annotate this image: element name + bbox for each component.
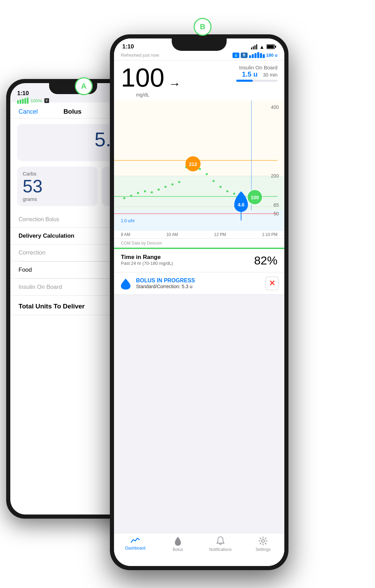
iob-bar-track — [236, 80, 277, 82]
tir-title: Time in Range — [121, 254, 173, 261]
tab-bolus[interactable]: Bolus — [157, 536, 199, 552]
svg-text:400: 400 — [271, 104, 279, 110]
phone-b-screen: 1:10 ▲ Refreshed just now 💧 — [114, 38, 284, 566]
iob-time: 30 min — [263, 72, 277, 78]
settings-label: Settings — [255, 547, 270, 552]
bolus-tab-icon — [174, 536, 182, 546]
dashboard-icon — [130, 536, 140, 544]
bell-icon — [216, 536, 225, 546]
signal-icon — [251, 44, 257, 49]
phone-a-time: 1:10 — [17, 90, 29, 97]
tir-row: Time in Range Past 24 hr (70-180 mg/dL) … — [121, 254, 277, 267]
iob-title: Insulin On Board — [236, 65, 277, 70]
time-8am: 8 AM — [121, 232, 130, 237]
reservoir-b-badge: B — [241, 53, 248, 58]
cgm-value: 100 — [121, 65, 164, 91]
pb-time: 1:10 — [122, 43, 134, 50]
carbs-box[interactable]: Carbs 53 grams — [17, 167, 98, 206]
reservoir-drop-icon: 💧 — [232, 53, 239, 58]
glucose-chart: 400 200 65 50 — [114, 100, 284, 231]
carbs-value: 53 — [23, 177, 92, 196]
time-current: 1:10 PM — [262, 232, 277, 237]
correction-label: Correction — [19, 249, 45, 256]
total-units-label: Total Units To Deliver — [19, 303, 85, 310]
bar1 — [17, 100, 19, 104]
svg-rect-7 — [114, 210, 284, 231]
refresh-bar: Refreshed just now 💧 B 180 u — [114, 52, 284, 60]
cgm-attribution: CGM Data by Dexcom — [114, 239, 284, 248]
svg-point-31 — [206, 173, 208, 175]
svg-text:100: 100 — [251, 195, 259, 200]
svg-point-26 — [178, 181, 180, 183]
label-a: A — [75, 77, 93, 95]
bolus-banner: BOLUS IN PROGRESS Standard/Correction: 5… — [114, 272, 284, 295]
svg-rect-4 — [275, 46, 276, 48]
bolus-banner-text: BOLUS IN PROGRESS Standard/Correction: 5… — [136, 278, 261, 289]
svg-point-25 — [171, 183, 173, 185]
dashboard-label: Dashboard — [125, 546, 146, 551]
phone-a-battery-row: 100% Y — [17, 98, 49, 104]
iob-box: Insulin On Board 1.5 u 30 min — [236, 65, 277, 82]
food-label: Food — [19, 267, 32, 273]
gear-icon — [258, 536, 268, 546]
units-value: 5.3 — [24, 129, 122, 149]
carbs-label: Carbs — [23, 171, 92, 177]
svg-text:Y: Y — [46, 99, 48, 102]
svg-point-21 — [144, 190, 146, 192]
bolus-label: Bolus — [173, 547, 183, 552]
bar5 — [27, 98, 29, 104]
tir-percent: 82% — [254, 254, 277, 267]
tab-settings[interactable]: Settings — [242, 536, 284, 552]
svg-point-18 — [123, 197, 125, 199]
bar2 — [20, 100, 21, 104]
svg-point-33 — [219, 186, 221, 188]
status-icons: ▲ — [251, 44, 276, 50]
svg-text:65: 65 — [273, 202, 279, 208]
label-b: B — [194, 18, 212, 36]
notifications-label: Notifications — [209, 547, 231, 552]
cancel-button[interactable]: Cancel — [19, 108, 38, 115]
iob-value: 1.5 u — [242, 70, 258, 78]
battery-icon — [266, 44, 276, 49]
cgm-arrow: → — [169, 77, 181, 91]
iob-bar-fill — [236, 80, 253, 82]
svg-point-23 — [158, 189, 160, 191]
svg-point-34 — [226, 190, 228, 192]
svg-text:4.6: 4.6 — [238, 202, 245, 207]
wifi-icon: ▲ — [259, 44, 264, 50]
cgm-value-group: 100 mg/dL — [121, 65, 164, 98]
reservoir-bars — [249, 52, 265, 58]
phone-b-notch — [172, 38, 227, 51]
bolus-cancel-button[interactable]: ✕ — [265, 276, 279, 290]
tir-card: Time in Range Past 24 hr (70-180 mg/dL) … — [114, 248, 284, 272]
carbs-unit: grams — [23, 196, 92, 202]
cgm-reading: 100 mg/dL → — [121, 65, 181, 98]
svg-rect-3 — [267, 45, 274, 48]
reservoir-indicator: 💧 B 180 u — [232, 52, 277, 58]
filter-icon: Y — [44, 98, 49, 103]
bar4 — [24, 98, 26, 104]
bolus-banner-subtitle: Standard/Correction: 5.3 u — [136, 284, 261, 289]
cgm-unit: mg/dL — [121, 92, 164, 98]
svg-point-24 — [164, 186, 167, 188]
bar3 — [22, 99, 24, 104]
bolus-drop-icon — [120, 277, 132, 290]
tir-text: Time in Range Past 24 hr (70-180 mg/dL) — [121, 254, 173, 266]
tab-dashboard[interactable]: Dashboard — [114, 536, 157, 551]
battery-pct: 100% — [31, 98, 42, 103]
svg-point-32 — [213, 180, 215, 182]
time-10am: 10 AM — [166, 232, 178, 237]
svg-point-43 — [262, 540, 264, 542]
phone-b: 1:10 ▲ Refreshed just now 💧 — [110, 34, 288, 570]
cgm-area: 100 mg/dL → Insulin On Board 1.5 u 30 mi… — [114, 60, 284, 100]
svg-text:1.0 u/hr: 1.0 u/hr — [121, 218, 135, 223]
iob-label: Insulin On Board — [19, 284, 62, 290]
bolus-banner-title: BOLUS IN PROGRESS — [136, 278, 261, 284]
reservoir-value: 180 u — [266, 53, 277, 58]
time-12pm: 12 PM — [214, 232, 226, 237]
svg-point-35 — [233, 193, 235, 195]
chart-container: 400 200 65 50 — [114, 100, 284, 231]
bolus-title: Bolus — [64, 108, 82, 115]
tab-notifications[interactable]: Notifications — [199, 536, 242, 552]
tir-subtitle: Past 24 hr (70-180 mg/dL) — [121, 261, 173, 266]
